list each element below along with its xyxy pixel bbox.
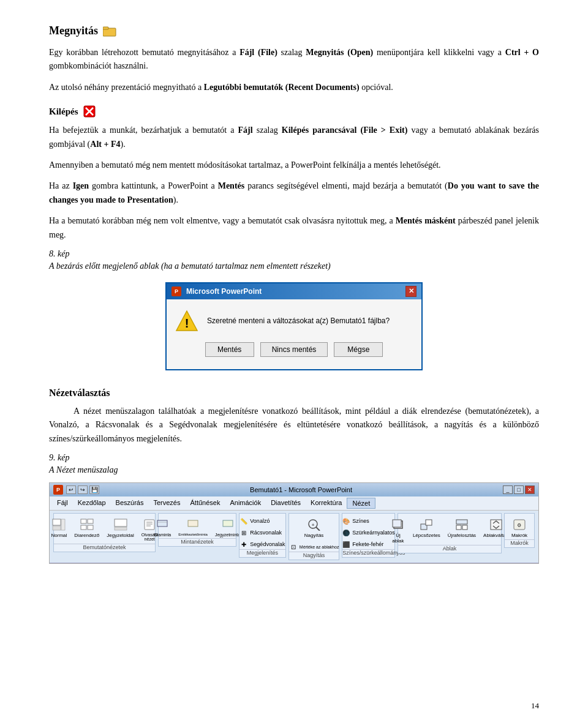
kilepés-paragraph1: Ha befejeztük a munkát, bezárhatjuk a be… [49, 124, 539, 151]
kilepés-paragraph4: Ha a bemutató korábban még nem volt elme… [49, 214, 539, 242]
ribbon-btn-vonalzo[interactable]: 📏 Vonalzó [236, 515, 288, 526]
svg-rect-20 [157, 520, 167, 526]
ribbon-group-bemutatonézetek-label: Bemutatónézetek [54, 544, 155, 550]
svg-rect-8 [53, 526, 61, 530]
menu-fajl[interactable]: Fájl [52, 498, 73, 509]
dialog-close-button[interactable]: ✕ [405, 286, 417, 297]
dialog-title: Microsoft PowerPoint [186, 287, 262, 296]
kilepés-paragraph3: Ha az Igen gombra kattintunk, a PowerPoi… [49, 179, 539, 207]
diaminta-btn-label: Diaminta [154, 533, 172, 537]
ribbon-group-megjelenítés-label: Megjelenítés [239, 549, 285, 556]
close-window-button[interactable]: ✕ [525, 485, 535, 494]
svg-rect-11 [88, 519, 93, 523]
warning-icon: ! [175, 309, 198, 332]
ribbon-btn-diaminta[interactable]: Diaminta [151, 515, 175, 539]
ribbon-btn-normal[interactable]: Normal [49, 515, 70, 540]
toolbar-left-controls: P ↩ ↪ 💾 [53, 485, 99, 495]
dialog-body: ! Szeretné menteni a változásokat a(z) B… [167, 299, 421, 369]
ribbon-btn-diarendező[interactable]: Diarendező [71, 515, 102, 540]
normal-view-icon [51, 517, 66, 532]
menu-kezdolap[interactable]: Kezdőlap [73, 498, 111, 509]
menu-animációk[interactable]: Animációk [225, 498, 266, 509]
diaminta-icon [155, 517, 170, 532]
svg-rect-15 [115, 527, 127, 530]
svg-rect-13 [88, 525, 93, 530]
quick-save-btn[interactable]: 💾 [89, 485, 99, 494]
jminta-icon [221, 517, 235, 532]
segédvonalak-label: Segédvonalak [250, 541, 285, 547]
dialog-cancel-button[interactable]: Mégse [334, 342, 383, 357]
toolbar-menubar: Fájl Kezdőlap Beszúrás Tervezés Áttűnése… [50, 496, 538, 511]
megnyitas-paragraph1: Egy korábban létrehozott bemutató megnyi… [49, 46, 539, 73]
vonalzo-label: Vonalzó [250, 518, 270, 524]
menu-korrektura[interactable]: Korrektúra [306, 498, 347, 509]
kilepés-paragraph2: Amennyiben a bemutató még nem mentett mó… [49, 159, 539, 172]
merteke-label: Mértéke az ablakhoz [300, 545, 339, 549]
uj-ablak-icon [391, 517, 405, 532]
diarendező-btn-label: Diarendező [74, 533, 99, 538]
menu-nezet[interactable]: Nézet [347, 498, 375, 509]
svg-rect-33 [462, 525, 467, 530]
rácsvonalak-label: Rácsvonalak [250, 530, 282, 536]
ujrafel-label: Újrafelosztás [448, 533, 476, 538]
menu-tervezes[interactable]: Tervezés [148, 498, 185, 509]
segédvonalak-icon: ✚ [239, 540, 248, 549]
ribbon-btn-merteke[interactable]: ⊡ Mértéke az ablakhoz [286, 541, 342, 552]
caption8-num: 8. kép [49, 249, 539, 259]
ribbon-btn-egyzet[interactable]: Jegyzetoldal [104, 515, 137, 540]
ribbon-btn-segédvonalak[interactable]: ✚ Segédvonalak [236, 539, 288, 550]
svg-rect-28 [393, 520, 401, 527]
ribbon-btn-ujrafel[interactable]: Újrafelosztás [445, 515, 479, 545]
toolbar-ribbon: Normal Diarendező Jegyzetoldal [50, 511, 538, 563]
ablak-btns: Új ablak Lépcsőzetes Újrafelosztás [388, 515, 511, 545]
svg-rect-22 [188, 520, 198, 526]
kilepés-header: Kilépés [49, 105, 539, 118]
window-controls: _ □ ✕ [503, 485, 535, 494]
dialog-titlebar-left: P Microsoft PowerPoint [172, 287, 262, 296]
page-number: 14 [531, 701, 539, 711]
menu-diavetítés[interactable]: Diavetítés [266, 498, 306, 509]
ribbon-btn-uj-ablak[interactable]: Új ablak [388, 515, 409, 545]
dialog-content-row: ! Szeretné menteni a változásokat a(z) B… [175, 309, 413, 332]
merteke-icon: ⊡ [289, 542, 298, 551]
ujrafel-icon [454, 517, 469, 532]
svg-text:!: ! [185, 317, 189, 330]
ribbon-group-megjelenítés: 📏 Vonalzó ⊞ Rácsvonalak ✚ Segédvonalak M… [239, 513, 286, 558]
ribbon-group-mintanézetek: Diaminta Emlékeztetőminta Jegyzetminta [158, 513, 236, 547]
svg-rect-14 [115, 519, 127, 526]
ribbon-group-makrók: ⚙ Makrók Makrók [504, 513, 535, 548]
ribbon-group-bemutatonézetek-buttons: Normal Diarendező Jegyzetoldal [49, 515, 161, 543]
ribbon-btn-lépcső[interactable]: Lépcsőzetes [410, 515, 443, 545]
svg-rect-31 [456, 520, 467, 524]
dialog-titlebar: P Microsoft PowerPoint ✕ [167, 283, 421, 299]
egyzet-btn-label: Jegyzetoldal [107, 533, 134, 538]
ribbon-btn-nagyítás[interactable]: + Nagyítás [286, 515, 342, 540]
toolbar-app-icon: P [53, 485, 63, 495]
quick-access-btn[interactable]: ↩ [66, 485, 76, 494]
nagyítás-icon: + [307, 517, 322, 532]
dialog-message: Szeretné menteni a változásokat a(z) Bem… [207, 317, 390, 325]
minimize-button[interactable]: _ [503, 485, 513, 494]
lépcső-icon [419, 517, 434, 532]
dialog-save-button[interactable]: Mentés [205, 342, 254, 357]
close-x-icon [83, 105, 96, 118]
ribbon-btn-emlék[interactable]: Emlékeztetőminta [175, 515, 211, 539]
megnyitas-title: Megnyitás [49, 24, 539, 37]
fekete-label: Fekete-fehér [352, 541, 383, 547]
menu-áttűnések[interactable]: Áttűnések [186, 498, 225, 509]
redo-btn[interactable]: ↪ [78, 485, 88, 494]
fekete-icon: ⬛ [342, 540, 350, 549]
caption9-num: 9. kép [49, 453, 539, 463]
ribbon-btn-makrók[interactable]: ⚙ Makrók [508, 515, 530, 540]
ribbon-group-minta-buttons: Diaminta Emlékeztetőminta Jegyzetminta [151, 515, 244, 539]
ribbon-group-nagyítás-label: Nagyítás [289, 552, 339, 558]
lépcső-label: Lépcsőzetes [413, 533, 440, 538]
dialog-nosave-button[interactable]: Nincs mentés [260, 342, 328, 357]
restore-button[interactable]: □ [514, 485, 524, 494]
ribbon-group-makrók-label: Makrók [505, 539, 534, 546]
menu-beszúrás[interactable]: Beszúrás [111, 498, 149, 509]
egyzet-icon [113, 517, 128, 532]
ribbon-group-mintanézetek-label: Mintanézetek [159, 538, 236, 545]
ribbon-btn-rácsvonalak[interactable]: ⊞ Rácsvonalak [236, 527, 288, 538]
folder-icon [103, 26, 116, 37]
